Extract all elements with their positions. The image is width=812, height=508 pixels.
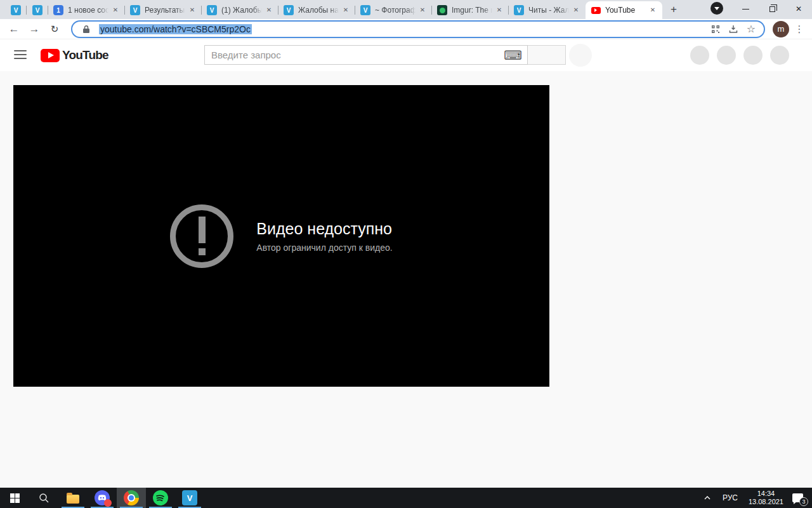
loading-placeholder-circle (569, 44, 592, 67)
browser-tab[interactable]: V~ Фотографи✕ (355, 1, 432, 19)
url-text[interactable]: youtube.com/watch?v=cSBCM5rp2Oc (99, 24, 705, 34)
tab-title: Результаты п (145, 6, 185, 15)
tab-title: Читы - Жало (528, 6, 569, 15)
browser-tab[interactable]: V(1) Жалобы н✕ (202, 1, 278, 19)
window-minimize-button[interactable] (732, 0, 759, 18)
youtube-logo-text: YouTube (62, 48, 108, 62)
youtube-play-icon (41, 49, 60, 62)
tab-close-icon[interactable]: ✕ (111, 6, 120, 15)
masthead-buttons-loading (690, 46, 789, 65)
error-title: Видео недоступно (256, 220, 392, 238)
new-tab-button[interactable]: + (665, 1, 683, 18)
browser-tab[interactable]: VЖалобы на и✕ (278, 1, 355, 19)
windows-logo-icon (10, 493, 20, 503)
browser-tab[interactable]: 11 новое сооб✕ (48, 1, 125, 19)
notification-1-favicon: 1 (53, 5, 63, 15)
tab-close-icon[interactable]: ✕ (188, 6, 197, 15)
chevron-up-icon (704, 495, 711, 500)
youtube-logo[interactable]: YouTube (41, 48, 108, 62)
tray-language-button[interactable]: РУС (717, 488, 743, 508)
tab-strip: VV11 новое сооб✕VРезультаты п✕V(1) Жалоб… (0, 0, 812, 19)
error-subtitle: Автор ограничил доступ к видео. (256, 243, 392, 253)
avatar-placeholder[interactable] (770, 46, 789, 65)
browser-tab[interactable]: YouTube✕ (586, 1, 662, 19)
browser-toolbar: ← → ↻ youtube.com/watch?v=cSBCM5rp2Oc ☆ … (0, 19, 812, 39)
folder-icon (67, 495, 79, 504)
guide-menu-button[interactable] (14, 50, 27, 59)
video-player[interactable]: Видео недоступно Автор ограничил доступ … (13, 85, 549, 387)
window-close-button[interactable]: ✕ (785, 0, 812, 18)
taskbar-chrome-button[interactable] (117, 488, 146, 508)
taskbar-search-button[interactable] (29, 488, 58, 508)
tab-title: Imgur: The m (452, 6, 492, 15)
masthead-button-placeholder[interactable] (717, 46, 736, 65)
pinned-tab[interactable]: V (27, 1, 48, 19)
reload-icon: ↻ (51, 23, 59, 35)
tab-close-icon[interactable]: ✕ (418, 6, 427, 15)
forum-favicon: V (32, 5, 43, 15)
star-glyph: ☆ (747, 23, 756, 35)
back-button[interactable]: ← (5, 20, 23, 38)
chevron-down-icon (714, 7, 719, 10)
tab-title: Жалобы на и (298, 6, 339, 15)
tab-title: (1) Жалобы н (221, 6, 262, 15)
tray-clock-button[interactable]: 14:34 13.08.2021 (743, 488, 789, 508)
reload-button[interactable]: ↻ (46, 20, 63, 38)
tab-close-icon[interactable]: ✕ (265, 6, 273, 15)
youtube-masthead: YouTube ⌨ (0, 39, 812, 71)
pinned-tab[interactable]: V (5, 1, 27, 19)
forum-app-icon: V (182, 490, 197, 505)
browser-tab[interactable]: VЧиты - Жало✕ (509, 1, 586, 19)
close-icon: ✕ (796, 4, 802, 13)
profile-avatar[interactable]: m (773, 21, 789, 37)
taskbar-discord-button[interactable] (88, 488, 117, 508)
taskbar-file-explorer-button[interactable] (58, 488, 88, 508)
error-exclamation-icon (170, 204, 233, 268)
action-center-button[interactable]: 3 (789, 488, 812, 508)
tray-expand-button[interactable] (698, 488, 717, 508)
forum-favicon: V (514, 5, 524, 15)
browser-menu-button[interactable]: ⋮ (792, 23, 807, 35)
forum-favicon: V (130, 5, 140, 15)
masthead-button-placeholder[interactable] (690, 46, 709, 65)
taskbar-empty-area (204, 488, 698, 508)
search-input[interactable] (205, 50, 499, 60)
selected-url: youtube.com/watch?v=cSBCM5rp2Oc (99, 24, 252, 34)
browser-tab[interactable]: Imgur: The m✕ (432, 1, 509, 19)
tab-title: ~ Фотографи (375, 6, 416, 15)
browser-update-icon[interactable] (710, 2, 723, 15)
tab-close-icon[interactable]: ✕ (341, 6, 350, 15)
tab-title: 1 новое сооб (68, 6, 108, 15)
taskbar-forum-app-button[interactable]: V (175, 488, 204, 508)
keyboard-icon[interactable]: ⌨ (499, 48, 527, 63)
bookmark-star-icon[interactable]: ☆ (743, 22, 759, 37)
browser-tab[interactable]: VРезультаты п✕ (125, 1, 202, 19)
search-box[interactable]: ⌨ (204, 45, 528, 65)
search-icon (39, 493, 49, 504)
tab-close-icon[interactable]: ✕ (648, 6, 657, 15)
discord-icon (95, 490, 110, 505)
forum-favicon: V (360, 5, 370, 15)
masthead-button-placeholder[interactable] (743, 46, 763, 65)
tab-title: YouTube (605, 6, 646, 15)
window-caption-buttons: ✕ (732, 0, 812, 18)
forum-favicon: V (207, 5, 217, 15)
spotify-icon (153, 490, 168, 505)
taskbar-spotify-button[interactable] (146, 488, 175, 508)
lock-icon[interactable] (79, 22, 94, 37)
qr-code-icon[interactable] (708, 22, 723, 37)
tab-close-icon[interactable]: ✕ (572, 6, 580, 15)
forward-button[interactable]: → (25, 20, 43, 38)
taskbar: V РУС 14:34 13.08.2021 3 (0, 488, 812, 508)
tray-time: 14:34 (757, 490, 775, 498)
install-app-icon[interactable] (726, 22, 741, 37)
start-button[interactable] (0, 488, 29, 508)
search-button[interactable] (528, 45, 566, 65)
forum-favicon: V (11, 5, 21, 15)
tab-close-icon[interactable]: ✕ (495, 6, 504, 15)
youtube-favicon (591, 5, 601, 15)
imgur-favicon (437, 5, 447, 15)
window-restore-button[interactable] (759, 0, 785, 18)
search-area: ⌨ (204, 45, 566, 65)
address-bar[interactable]: youtube.com/watch?v=cSBCM5rp2Oc ☆ (71, 20, 765, 38)
